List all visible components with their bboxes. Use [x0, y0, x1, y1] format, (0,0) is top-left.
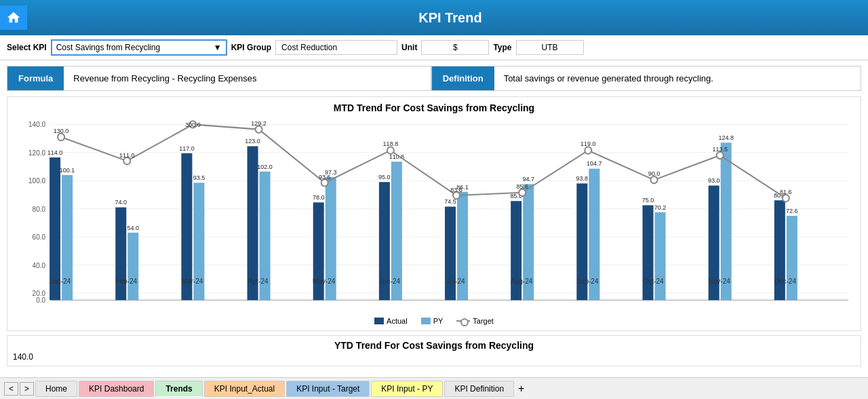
select-kpi-label: Select KPI: [7, 43, 47, 52]
mtd-chart-area: MTD Trend For Cost Savings from Recyclin…: [7, 96, 861, 331]
tab-trends[interactable]: Trends: [155, 381, 202, 397]
svg-text:129.2: 129.2: [251, 120, 267, 127]
svg-text:102.0: 102.0: [257, 163, 273, 170]
svg-text:104.7: 104.7: [587, 160, 602, 167]
bar-actual-jul: [445, 207, 456, 301]
svg-text:100.1: 100.1: [60, 167, 75, 174]
svg-text:300.0: 300.0: [185, 121, 201, 128]
tab-kpi-input-actual[interactable]: KPI Input_Actual: [204, 381, 285, 397]
svg-text:80.0: 80.0: [33, 206, 46, 213]
svg-text:140.0: 140.0: [28, 121, 45, 128]
nav-prev-button[interactable]: <: [4, 382, 18, 396]
ytd-chart-title: YTD Trend For Cost Savings from Recyclin…: [13, 340, 855, 351]
target-dot-aug: [519, 189, 526, 196]
mtd-chart-svg: 140.0 120.0 100.0 80.0 60.0 40.0 20.0 0.…: [13, 117, 855, 314]
kpi-selector[interactable]: Cost Savings from Recycling ▼: [51, 39, 227, 56]
svg-text:Aug-24: Aug-24: [511, 278, 533, 285]
ytd-chart-area: YTD Trend For Cost Savings from Recyclin…: [7, 335, 861, 366]
svg-text:94.7: 94.7: [522, 176, 534, 183]
bar-py-oct: [655, 212, 666, 300]
toolbar: Select KPI Cost Savings from Recycling ▼…: [0, 35, 868, 60]
svg-text:113.5: 113.5: [712, 146, 728, 153]
tab-kpi-definition[interactable]: KPI Definition: [444, 381, 514, 397]
svg-text:60.0: 60.0: [33, 233, 46, 241]
legend-actual: Actual: [374, 317, 408, 325]
svg-text:114.0: 114.0: [47, 149, 63, 156]
tab-kpi-input-py[interactable]: KPI Input - PY: [371, 381, 443, 397]
svg-text:Dec-24: Dec-24: [774, 278, 797, 285]
bar-actual-oct: [642, 205, 653, 300]
svg-text:Jan-24: Jan-24: [50, 278, 71, 285]
svg-text:Mar-24: Mar-24: [182, 278, 203, 285]
bar-py-nov: [721, 142, 732, 300]
definition-tab[interactable]: Definition: [431, 66, 494, 90]
chart-legend: Actual PY Target: [13, 317, 855, 325]
dropdown-icon: ▼: [214, 43, 222, 52]
tab-kpi-input-target[interactable]: KPI Input - Target: [286, 381, 370, 397]
svg-text:93.8: 93.8: [576, 175, 589, 182]
svg-text:Sep-24: Sep-24: [576, 278, 599, 285]
home-icon[interactable]: [0, 5, 27, 30]
target-dot-sep: [585, 147, 591, 154]
bar-actual-may: [313, 202, 324, 300]
svg-text:Nov-24: Nov-24: [709, 278, 731, 285]
header: KPI Trend: [0, 0, 868, 35]
svg-text:83.6: 83.6: [450, 187, 462, 193]
legend-py-label: PY: [433, 317, 443, 325]
svg-text:54.0: 54.0: [127, 225, 140, 231]
legend-target-line: [456, 320, 470, 322]
target-dot-jan: [58, 134, 64, 140]
svg-text:72.6: 72.6: [786, 208, 798, 214]
legend-target-label: Target: [473, 317, 494, 325]
target-dot-jun: [387, 147, 394, 154]
kpi-group-value: Cost Reduction: [275, 40, 397, 55]
bottom-tab-bar: < > Home KPI Dashboard Trends KPI Input_…: [0, 377, 868, 399]
svg-text:75.0: 75.0: [642, 197, 654, 204]
info-row: Formula Revenue from Recycling - Recycli…: [7, 66, 861, 91]
target-dot-dec: [783, 195, 789, 202]
nav-next-button[interactable]: >: [20, 382, 34, 396]
svg-text:74.5: 74.5: [444, 198, 456, 205]
svg-text:70.2: 70.2: [654, 204, 667, 211]
mtd-chart-container: 140.0 120.0 100.0 80.0 60.0 40.0 20.0 0.…: [13, 117, 855, 314]
bar-actual-feb: [115, 208, 126, 301]
svg-text:111.0: 111.0: [119, 152, 135, 159]
svg-text:118.8: 118.8: [383, 140, 399, 147]
svg-text:93.6: 93.6: [319, 174, 331, 180]
mtd-chart-title: MTD Trend For Cost Savings from Recyclin…: [13, 102, 855, 113]
svg-text:May-24: May-24: [313, 278, 336, 285]
svg-text:Jul-24: Jul-24: [446, 278, 465, 285]
legend-target: Target: [456, 317, 494, 325]
svg-text:81.6: 81.6: [780, 189, 792, 195]
svg-text:90.0: 90.0: [648, 170, 660, 177]
bar-py-feb: [127, 233, 138, 300]
kpi-group-label: KPI Group: [231, 43, 271, 52]
svg-text:Apr-24: Apr-24: [248, 278, 269, 285]
type-label: Type: [493, 43, 511, 52]
tab-home[interactable]: Home: [35, 381, 77, 397]
bar-actual-apr: [248, 146, 258, 300]
svg-text:100.0: 100.0: [28, 177, 45, 185]
bar-py-dec: [787, 216, 797, 300]
svg-text:123.0: 123.0: [245, 138, 260, 145]
formula-tab[interactable]: Formula: [7, 66, 64, 90]
type-value: UTB: [516, 40, 584, 55]
unit-value: $: [421, 40, 489, 55]
svg-text:120.0: 120.0: [28, 149, 45, 157]
svg-text:117.0: 117.0: [179, 145, 195, 152]
target-line: [61, 124, 786, 198]
svg-text:Oct-24: Oct-24: [644, 278, 664, 285]
page-title: KPI Trend: [33, 10, 868, 26]
add-sheet-button[interactable]: +: [518, 383, 524, 395]
svg-text:95.0: 95.0: [378, 174, 391, 180]
target-dot-nov: [717, 152, 724, 159]
svg-text:78.0: 78.0: [313, 194, 325, 201]
svg-text:119.0: 119.0: [580, 140, 596, 147]
svg-text:93.0: 93.0: [708, 177, 720, 184]
definition-content: Total savings or revenue generated throu…: [494, 66, 861, 90]
svg-text:0.0: 0.0: [36, 297, 45, 304]
legend-py-box: [421, 318, 431, 324]
svg-text:124.8: 124.8: [718, 134, 734, 141]
tab-kpi-dashboard[interactable]: KPI Dashboard: [79, 381, 154, 397]
unit-label: Unit: [401, 43, 417, 52]
